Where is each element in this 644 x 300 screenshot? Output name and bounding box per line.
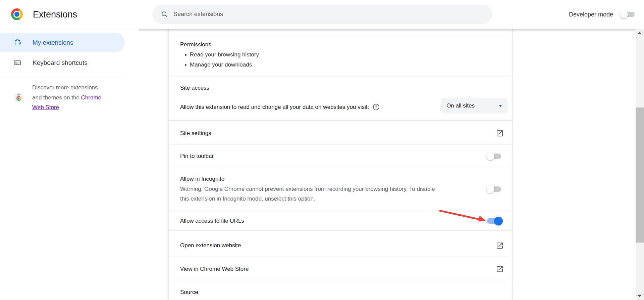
sidebar: My extensions Keyboard shortcuts Discove…	[0, 29, 139, 300]
allow-file-urls-toggle[interactable]	[487, 218, 502, 224]
site-access-title: Site access	[180, 84, 209, 92]
divider	[169, 257, 512, 257]
vertical-scrollbar[interactable]	[636, 29, 644, 300]
chevron-down-icon	[499, 105, 502, 107]
search-icon	[161, 11, 168, 18]
extension-detail-card: Permissions Read your browsing history M…	[169, 29, 512, 300]
developer-mode-label: Developer mode	[569, 11, 613, 18]
svg-text:?: ?	[375, 105, 377, 110]
divider	[169, 77, 512, 77]
developer-mode-control: Developer mode	[569, 0, 635, 29]
divider	[169, 281, 512, 281]
divider	[169, 230, 512, 231]
allow-in-incognito-toggle[interactable]	[487, 186, 501, 192]
incognito-warning-line: this extension in Incognito mode, unsele…	[180, 195, 315, 203]
divider	[169, 144, 512, 144]
pin-to-toolbar-label: Pin to toolbar	[180, 153, 214, 160]
site-access-dropdown[interactable]: On all sites	[441, 98, 507, 114]
divider	[169, 167, 512, 167]
sidebar-divider	[0, 76, 128, 76]
incognito-warning-line: Warning: Google Chrome cannot prevent ex…	[180, 185, 435, 193]
puzzle-piece-icon	[13, 39, 21, 47]
open-extension-website-label[interactable]: Open extension website	[180, 242, 241, 249]
divider	[169, 120, 512, 121]
external-link-icon[interactable]	[496, 129, 504, 137]
chrome-logo-icon	[11, 8, 23, 20]
allow-file-urls-label: Allow access to file URLs	[180, 217, 244, 225]
site-access-dropdown-value: On all sites	[446, 102, 475, 109]
search-input[interactable]	[173, 10, 342, 18]
sidebar-item-label: Keyboard shortcuts	[33, 59, 88, 67]
search-field[interactable]	[152, 5, 492, 24]
page-title: Extensions	[33, 0, 77, 29]
help-circle-icon[interactable]: ?	[372, 103, 380, 111]
pin-to-toolbar-toggle[interactable]	[487, 154, 501, 159]
sidebar-item-label: My extensions	[33, 39, 73, 46]
site-access-label: Allow this extension to read and change …	[180, 103, 369, 111]
header-toolbar: Extensions Developer mode	[0, 0, 644, 29]
discover-text: Discover more extensions and themes on t…	[32, 83, 108, 113]
permissions-title: Permissions	[180, 41, 211, 48]
divider	[169, 211, 512, 211]
extensions-page: Extensions Developer mode My extensions	[0, 0, 644, 300]
scrollbar-thumb[interactable]	[636, 108, 644, 243]
view-in-web-store-label[interactable]: View in Chrome Web Store	[180, 265, 249, 273]
scrollbar-up-arrow-icon[interactable]	[638, 32, 642, 34]
source-section-title: Source	[180, 289, 198, 296]
site-settings-row-label[interactable]: Site settings	[180, 130, 211, 137]
allow-in-incognito-label: Allow in Incognito	[180, 175, 224, 183]
chrome-web-store-icon	[14, 93, 23, 102]
sidebar-item-my-extensions[interactable]: My extensions	[0, 33, 125, 52]
permission-item: Read your browsing history	[185, 51, 259, 58]
header-scroll-shadow	[139, 29, 636, 32]
sidebar-item-keyboard-shortcuts[interactable]: Keyboard shortcuts	[0, 53, 125, 72]
scrollbar-down-arrow-icon[interactable]	[638, 295, 642, 297]
developer-mode-toggle[interactable]	[621, 12, 635, 17]
divider	[169, 35, 512, 35]
site-access-row: Allow this extension to read and change …	[180, 103, 380, 111]
keyboard-icon	[13, 59, 21, 67]
external-link-icon[interactable]	[496, 265, 504, 273]
external-link-icon[interactable]	[496, 242, 504, 250]
permission-item: Manage your downloads	[185, 61, 252, 69]
